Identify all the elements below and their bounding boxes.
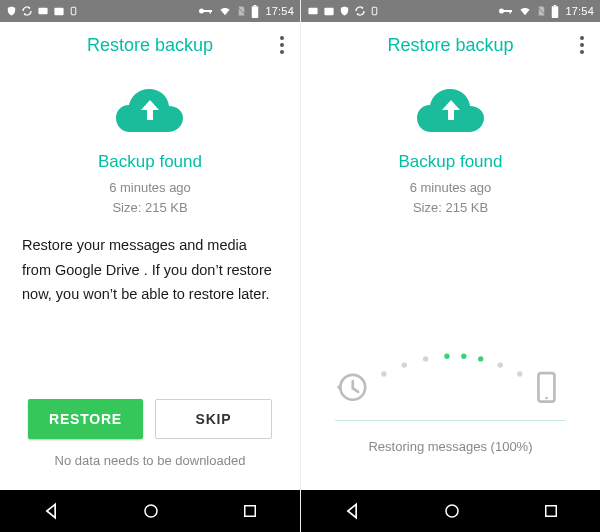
overflow-menu-icon[interactable] <box>574 22 590 68</box>
backup-age: 6 minutes ago <box>109 178 191 198</box>
vpn-key-icon <box>498 6 514 16</box>
shield-icon <box>6 5 17 17</box>
progress-label: Restoring messages (100%) <box>335 439 566 454</box>
no-sim-icon <box>536 5 547 17</box>
wifi-icon <box>518 6 532 17</box>
progress-divider <box>335 420 566 421</box>
battery-icon <box>251 5 259 18</box>
chat-icon <box>37 6 49 17</box>
svg-rect-1 <box>54 7 63 14</box>
restore-button[interactable]: RESTORE <box>28 399 143 439</box>
backup-size: Size: 215 KB <box>410 198 492 218</box>
svg-point-22 <box>545 397 548 400</box>
svg-rect-13 <box>372 7 377 15</box>
svg-rect-2 <box>71 7 76 15</box>
backup-meta: 6 minutes ago Size: 215 KB <box>109 178 191 217</box>
chat-icon <box>307 6 319 17</box>
progress-animation <box>335 334 566 414</box>
svg-point-25 <box>423 356 428 361</box>
overflow-menu-icon[interactable] <box>274 22 290 68</box>
sync-icon <box>354 5 366 17</box>
phone-left: 17:54 Restore backup Backup found 6 minu… <box>0 0 300 532</box>
skip-button[interactable]: SKIP <box>155 399 272 439</box>
wifi-icon <box>218 6 232 17</box>
cloud-upload-icon <box>115 86 185 138</box>
vpn-key-icon <box>198 6 214 16</box>
content: Backup found 6 minutes ago Size: 215 KB <box>301 68 600 490</box>
progress-area: Restoring messages (100%) <box>321 334 580 476</box>
svg-point-23 <box>381 371 386 376</box>
sync-icon <box>21 5 33 17</box>
app-bar-title: Restore backup <box>387 35 513 56</box>
button-row: RESTORE SKIP <box>20 399 280 439</box>
device-icon <box>69 5 78 17</box>
shield-icon <box>339 5 350 17</box>
content: Backup found 6 minutes ago Size: 215 KB … <box>0 68 300 490</box>
app-bar: Restore backup <box>0 22 300 68</box>
footnote: No data needs to be downloaded <box>55 453 246 468</box>
clock: 17:54 <box>565 5 594 17</box>
svg-rect-12 <box>324 7 333 14</box>
image-icon <box>323 6 335 17</box>
backup-heading: Backup found <box>98 152 202 172</box>
svg-point-28 <box>478 356 483 361</box>
svg-point-29 <box>498 362 503 367</box>
nav-back-icon[interactable] <box>342 501 362 521</box>
statusbar: 17:54 <box>0 0 300 22</box>
svg-rect-8 <box>254 5 257 6</box>
svg-rect-11 <box>308 7 317 13</box>
nav-back-icon[interactable] <box>41 501 61 521</box>
statusbar: 17:54 <box>301 0 600 22</box>
battery-icon <box>551 5 559 18</box>
phone-right: 17:54 Restore backup Backup found 6 minu… <box>300 0 600 532</box>
image-icon <box>53 6 65 17</box>
cloud-upload-icon <box>416 86 486 138</box>
device-icon <box>370 5 379 17</box>
svg-point-30 <box>517 371 522 376</box>
svg-rect-0 <box>38 7 47 13</box>
app-bar-title: Restore backup <box>87 35 213 56</box>
nav-home-icon[interactable] <box>443 502 461 520</box>
app-bar: Restore backup <box>301 22 600 68</box>
backup-age: 6 minutes ago <box>410 178 492 198</box>
svg-rect-32 <box>545 506 556 517</box>
backup-meta: 6 minutes ago Size: 215 KB <box>410 178 492 217</box>
restore-description: Restore your messages and media from Goo… <box>20 233 280 307</box>
no-sim-icon <box>236 5 247 17</box>
clock: 17:54 <box>265 5 294 17</box>
svg-point-24 <box>402 362 407 367</box>
svg-point-9 <box>145 505 157 517</box>
backup-size: Size: 215 KB <box>109 198 191 218</box>
svg-rect-16 <box>510 10 512 14</box>
svg-rect-5 <box>210 10 212 14</box>
backup-heading: Backup found <box>399 152 503 172</box>
nav-bar <box>0 490 300 532</box>
svg-point-31 <box>446 505 458 517</box>
nav-recent-icon[interactable] <box>542 502 560 520</box>
svg-rect-7 <box>252 6 259 18</box>
svg-rect-19 <box>554 5 557 6</box>
svg-rect-18 <box>552 6 559 18</box>
svg-point-26 <box>444 354 449 359</box>
nav-bar <box>301 490 600 532</box>
svg-point-27 <box>461 354 466 359</box>
nav-home-icon[interactable] <box>142 502 160 520</box>
nav-recent-icon[interactable] <box>241 502 259 520</box>
svg-rect-10 <box>245 506 256 517</box>
